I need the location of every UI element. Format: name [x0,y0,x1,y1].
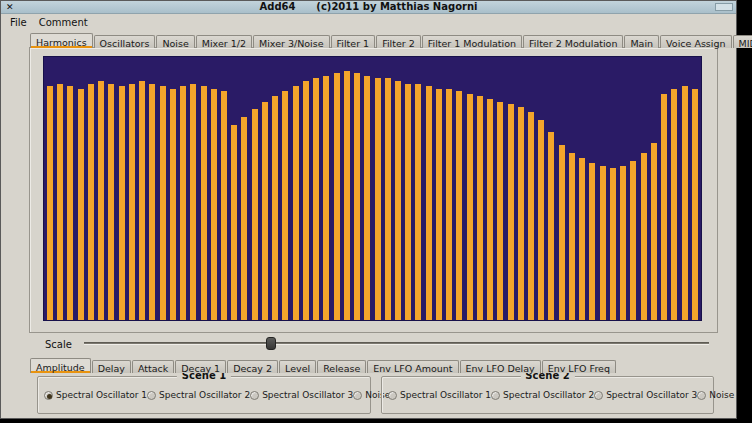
harmonic-bar-53[interactable] [579,158,585,320]
scene-2-option-noise[interactable]: Noise [697,390,734,400]
harmonic-bar-55[interactable] [600,166,606,320]
harmonic-bar-9[interactable] [129,84,135,320]
harmonic-bar-63[interactable] [682,86,688,320]
envtab-decay-1[interactable]: Decay 1 [175,360,226,373]
harmonic-bar-19[interactable] [231,125,237,320]
harmonic-bar-56[interactable] [610,168,616,320]
tab-noise[interactable]: Noise [156,35,194,48]
tab-harmonics[interactable]: Harmonics [30,33,93,48]
harmonic-bar-3[interactable] [67,86,73,320]
harmonic-bar-49[interactable] [538,120,544,320]
close-icon[interactable]: ✕ [6,1,14,13]
menu-item-file[interactable]: File [4,16,33,29]
harmonic-bar-46[interactable] [508,104,514,320]
harmonic-bar-60[interactable] [651,143,657,320]
harmonic-bar-18[interactable] [221,91,227,320]
harmonic-bar-51[interactable] [559,145,565,320]
envtab-delay[interactable]: Delay [92,360,131,373]
harmonic-bar-10[interactable] [139,81,145,320]
tab-filter-2[interactable]: Filter 2 [376,35,421,48]
harmonic-bar-47[interactable] [518,107,524,320]
harmonic-bar-33[interactable] [375,78,381,320]
harmonic-bar-8[interactable] [119,86,125,320]
envtab-level[interactable]: Level [279,360,316,373]
harmonic-bar-45[interactable] [497,102,503,320]
harmonic-bar-52[interactable] [569,153,575,320]
harmonic-bar-40[interactable] [446,89,452,320]
harmonic-bar-32[interactable] [364,76,370,320]
harmonic-bar-43[interactable] [477,96,483,320]
harmonic-bar-23[interactable] [272,96,278,320]
harmonic-bar-2[interactable] [57,84,63,320]
titlebar[interactable]: ✕ Add64 (c)2011 by Matthias Nagorni [1,1,736,14]
harmonic-bar-48[interactable] [528,112,534,320]
tab-filter-1-modulation[interactable]: Filter 1 Modulation [422,35,522,48]
tab-oscillators[interactable]: Oscillators [94,35,156,48]
harmonic-bar-4[interactable] [78,89,84,320]
harmonic-bar-5[interactable] [88,84,94,320]
harmonic-bar-34[interactable] [385,78,391,320]
harmonic-bar-44[interactable] [487,99,493,320]
harmonic-bar-24[interactable] [282,91,288,320]
harmonic-bar-41[interactable] [456,91,462,320]
scene-1-option-spectral-oscillator-1[interactable]: Spectral Oscillator 1 [44,390,147,400]
harmonic-bar-1[interactable] [47,86,53,320]
harmonic-bar-29[interactable] [334,73,340,320]
harmonic-bar-64[interactable] [692,89,698,320]
harmonic-bar-61[interactable] [661,94,667,320]
envtab-amplitude[interactable]: Amplitude [30,358,91,373]
window-shade-icon[interactable] [715,3,733,11]
harmonic-bar-20[interactable] [241,117,247,320]
harmonic-bar-38[interactable] [426,86,432,320]
envtab-env-lfo-freq[interactable]: Env LFO Freq [542,360,616,373]
tab-mixer-1-2[interactable]: Mixer 1/2 [196,35,252,48]
harmonic-bar-14[interactable] [180,86,186,320]
scene-2-option-spectral-oscillator-1[interactable]: Spectral Oscillator 1 [388,390,491,400]
harmonic-bar-27[interactable] [313,78,319,320]
harmonic-bar-62[interactable] [671,89,677,320]
tab-filter-1[interactable]: Filter 1 [331,35,376,48]
harmonic-bar-30[interactable] [344,71,350,320]
scene-2-option-spectral-oscillator-3[interactable]: Spectral Oscillator 3 [594,390,697,400]
harmonic-bar-36[interactable] [405,84,411,320]
harmonic-bar-59[interactable] [641,153,647,320]
harmonic-bar-13[interactable] [170,89,176,320]
harmonic-bar-17[interactable] [211,89,217,320]
envtab-env-lfo-amount[interactable]: Env LFO Amount [367,360,458,373]
harmonic-bar-50[interactable] [548,132,554,320]
envtab-env-lfo-delay[interactable]: Env LFO Delay [460,360,541,373]
harmonic-bar-15[interactable] [190,84,196,320]
harmonic-bar-42[interactable] [467,94,473,320]
envtab-attack[interactable]: Attack [132,360,174,373]
tab-mixer-3-noise[interactable]: Mixer 3/Noise [253,35,330,48]
envtab-release[interactable]: Release [317,360,366,373]
tab-filter-2-modulation[interactable]: Filter 2 Modulation [523,35,623,48]
harmonic-bar-11[interactable] [149,84,155,320]
tab-voice-assign[interactable]: Voice Assign [660,35,731,48]
harmonic-bar-21[interactable] [252,109,258,320]
harmonic-bar-35[interactable] [395,81,401,320]
harmonic-bar-16[interactable] [201,86,207,320]
spectrum-display[interactable] [43,56,702,321]
harmonic-bar-7[interactable] [108,84,114,320]
scene-2-option-spectral-oscillator-2[interactable]: Spectral Oscillator 2 [491,390,594,400]
harmonic-bar-31[interactable] [354,73,360,320]
menu-item-comment[interactable]: Comment [33,16,94,29]
scale-slider-groove[interactable] [84,342,709,345]
harmonic-bar-22[interactable] [262,102,268,320]
harmonic-bar-57[interactable] [620,166,626,320]
scene-1-option-spectral-oscillator-3[interactable]: Spectral Oscillator 3 [250,390,353,400]
harmonic-bar-58[interactable] [630,161,636,320]
scale-slider-handle[interactable] [266,337,276,350]
tab-midi[interactable]: MIDI [733,35,752,48]
harmonic-bar-12[interactable] [160,86,166,320]
harmonic-bar-37[interactable] [415,84,421,320]
harmonic-bar-54[interactable] [589,163,595,320]
harmonic-bar-6[interactable] [98,81,104,320]
scale-slider[interactable] [84,336,709,352]
harmonic-bar-39[interactable] [436,89,442,320]
harmonic-bar-25[interactable] [293,86,299,320]
scene-1-option-spectral-oscillator-2[interactable]: Spectral Oscillator 2 [147,390,250,400]
envtab-decay-2[interactable]: Decay 2 [227,360,278,373]
harmonic-bar-26[interactable] [303,81,309,320]
